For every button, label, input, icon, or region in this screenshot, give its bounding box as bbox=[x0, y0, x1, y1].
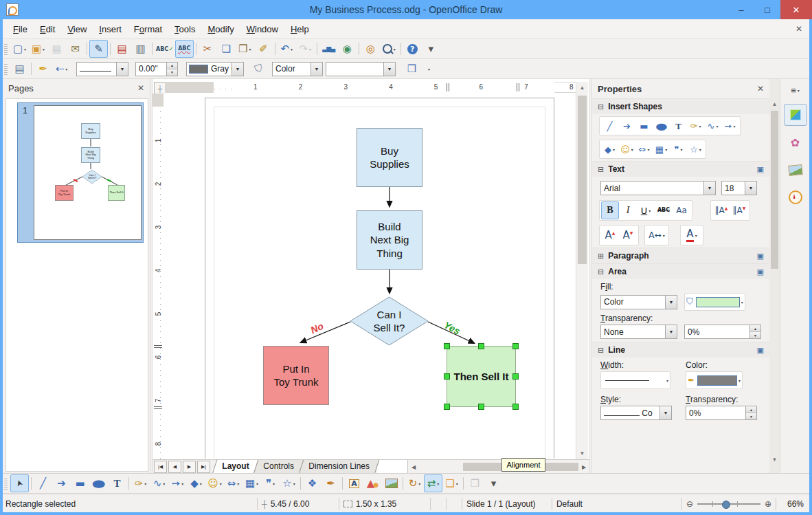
next-page-button[interactable]: ▶ bbox=[183, 461, 196, 473]
star-shapes-tool[interactable]: ☆ ▾ bbox=[687, 141, 704, 157]
strikethrough-button[interactable]: ABC bbox=[655, 201, 673, 219]
decrease-font-button[interactable]: A bbox=[619, 226, 637, 244]
flowchart-shapes-tool[interactable]: ▦ ▾ bbox=[243, 474, 261, 492]
menu-insert[interactable]: Insert bbox=[93, 21, 128, 37]
connector-tool[interactable]: ∿ ▾ bbox=[150, 474, 168, 492]
scroll-down-icon[interactable]: ▼ bbox=[769, 454, 780, 465]
minimize-button[interactable]: – bbox=[728, 0, 754, 19]
lines-arrows-tool[interactable]: ➙ ▾ bbox=[721, 118, 738, 134]
menu-format[interactable]: Format bbox=[128, 21, 168, 37]
tab-dimension-lines[interactable]: Dimension Lines bbox=[299, 460, 379, 474]
dialog-launcher-icon[interactable]: ▣ bbox=[757, 252, 764, 261]
last-page-button[interactable]: ▶| bbox=[197, 461, 210, 473]
zoom-percentage[interactable]: 66% bbox=[776, 498, 808, 510]
select-tool[interactable]: ➤ bbox=[10, 474, 29, 492]
pages-close-icon[interactable]: ✕ bbox=[137, 83, 144, 93]
block-arrows-tool[interactable]: ⇔ ▾ bbox=[635, 141, 653, 157]
fill-color-select[interactable]: ▼ bbox=[326, 62, 396, 76]
spin-up-icon[interactable]: ▲ bbox=[750, 325, 760, 332]
properties-scrollbar[interactable]: ▲ ▼ bbox=[769, 79, 780, 473]
menu-view[interactable]: View bbox=[61, 21, 93, 37]
freeform-line-tool[interactable]: ✑ ▾ bbox=[687, 118, 704, 134]
collapse-icon[interactable]: ⊟ bbox=[598, 346, 604, 355]
toolbar-grip[interactable] bbox=[4, 477, 8, 490]
selection-handle[interactable] bbox=[478, 343, 484, 349]
star-shapes-tool[interactable]: ☆ ▾ bbox=[280, 474, 298, 492]
selection-handle[interactable] bbox=[512, 343, 519, 349]
line-style-select[interactable]: ▼ bbox=[76, 62, 128, 76]
section-insert-shapes[interactable]: ⊟ Insert Shapes bbox=[592, 98, 769, 114]
page-style[interactable]: Default bbox=[552, 498, 681, 510]
transparency-type-select[interactable]: None ▼ bbox=[600, 325, 677, 339]
font-effects-button[interactable]: Aa bbox=[673, 201, 690, 219]
flowchart-node-then-sell-it[interactable]: Then Sell It bbox=[447, 346, 516, 407]
line-tool[interactable]: ╱ bbox=[34, 474, 52, 492]
new-document-button[interactable]: ▢ ▾ bbox=[10, 40, 29, 58]
page-thumbnail[interactable]: 1 Buy Supplies Build Next Big Thing Can … bbox=[17, 102, 144, 243]
format-paintbrush-button[interactable]: ✐ bbox=[254, 40, 273, 58]
lines-arrows-tool[interactable]: ➙ ▾ bbox=[168, 474, 187, 492]
fontwork-button[interactable]: A bbox=[345, 474, 363, 492]
dialog-launcher-icon[interactable]: ▣ bbox=[757, 267, 764, 276]
scroll-down-icon[interactable]: ▼ bbox=[576, 448, 588, 459]
flowchart-node-buy-supplies[interactable]: Buy Supplies bbox=[357, 128, 422, 187]
arrow-tool[interactable]: ➔ bbox=[52, 474, 71, 492]
basic-shapes-tool[interactable]: ◆ ▾ bbox=[187, 474, 205, 492]
scroll-left-icon[interactable]: ◀ bbox=[408, 461, 419, 472]
font-size-select[interactable]: 18 ▼ bbox=[721, 181, 757, 195]
increase-spacing-button[interactable]: ‖A bbox=[712, 201, 730, 219]
open-button[interactable]: ▣ ▾ bbox=[29, 40, 47, 58]
flowchart-shapes-tool[interactable]: ▦ ▾ bbox=[653, 141, 670, 157]
maximize-button[interactable]: □ bbox=[754, 0, 780, 19]
previous-page-button[interactable]: ◀ bbox=[168, 461, 181, 473]
decrease-spacing-button[interactable]: ‖A bbox=[730, 201, 748, 219]
help-button[interactable]: ? bbox=[403, 40, 422, 58]
block-arrows-tool[interactable]: ⇔ ▾ bbox=[224, 474, 243, 492]
line-width-spinner[interactable]: 0.00" ▲▼ bbox=[135, 62, 178, 76]
toolbar-overflow-button[interactable]: ▾ bbox=[422, 40, 440, 58]
email-button[interactable]: ✉ bbox=[66, 40, 84, 58]
line-color-select[interactable]: Gray 6 ▼ bbox=[186, 62, 244, 76]
transparency-spinner[interactable]: 0% ▲▼ bbox=[684, 325, 761, 339]
toolbar-overflow-button[interactable]: ▾ bbox=[484, 474, 503, 492]
edit-points-button[interactable]: ❖ bbox=[303, 474, 322, 492]
arrange-button[interactable]: ❏ ▾ bbox=[442, 474, 461, 492]
alignment-button[interactable]: ⇄ ▾ bbox=[424, 474, 442, 492]
scroll-up-icon[interactable]: ▲ bbox=[769, 98, 780, 110]
redo-button[interactable]: ↷ ▾ bbox=[296, 40, 315, 58]
zoom-out-icon[interactable]: ⊖ bbox=[686, 499, 693, 509]
chart-button[interactable]: ▃▆▄ bbox=[319, 40, 338, 58]
edit-file-button[interactable]: ✎ bbox=[89, 40, 108, 58]
glue-points-button[interactable]: ✒ bbox=[322, 474, 340, 492]
section-area[interactable]: ⊟ Area ▣ bbox=[592, 263, 769, 279]
freeform-line-tool[interactable]: ✑ ▾ bbox=[131, 474, 150, 492]
tab-controls[interactable]: Controls bbox=[253, 460, 304, 474]
line-transparency-spinner[interactable]: 0% ▲▼ bbox=[686, 406, 757, 420]
fill-color-dropdown[interactable]: ⛉ ▾ bbox=[684, 293, 745, 311]
scroll-right-icon[interactable]: ▶ bbox=[578, 461, 589, 472]
insert-line-tool[interactable]: ╱ bbox=[601, 118, 618, 134]
menu-modify[interactable]: Modify bbox=[201, 21, 240, 37]
toolbar-grip[interactable] bbox=[4, 43, 8, 55]
line-width-dropdown[interactable]: ▾ bbox=[600, 371, 670, 389]
menu-window[interactable]: Window bbox=[240, 21, 284, 37]
connector-tool[interactable]: ∿ ▾ bbox=[704, 118, 721, 134]
drawing-canvas[interactable]: Buy Supplies Build Next Big Thing Can I … bbox=[165, 94, 576, 459]
symbol-shapes-tool[interactable]: ☺ ▾ bbox=[205, 474, 224, 492]
spin-down-icon[interactable]: ▼ bbox=[167, 69, 177, 76]
fill-type-select[interactable]: Color ▼ bbox=[272, 62, 323, 76]
rotate-button[interactable]: ↻ ▾ bbox=[405, 474, 424, 492]
section-paragraph[interactable]: ⊞ Paragraph ▣ bbox=[592, 248, 769, 263]
toolbar-overflow-icon[interactable]: ▾ bbox=[428, 67, 430, 72]
area-dialog-button[interactable]: ⛉ bbox=[249, 60, 268, 78]
callout-shapes-tool[interactable]: ❞ ▾ bbox=[261, 474, 280, 492]
sidebar-tab-properties[interactable] bbox=[784, 104, 807, 126]
properties-close-icon[interactable]: ✕ bbox=[757, 84, 764, 94]
zoom-slider[interactable] bbox=[697, 503, 760, 505]
collapse-icon[interactable]: ⊟ bbox=[598, 102, 604, 111]
text-tool[interactable]: T bbox=[108, 474, 126, 492]
sidebar-tab-gallery[interactable]: ✿ bbox=[784, 131, 807, 153]
sidebar-tab-images[interactable] bbox=[784, 159, 807, 181]
first-page-button[interactable]: |◀ bbox=[154, 461, 167, 473]
menu-file[interactable]: File bbox=[7, 21, 34, 37]
